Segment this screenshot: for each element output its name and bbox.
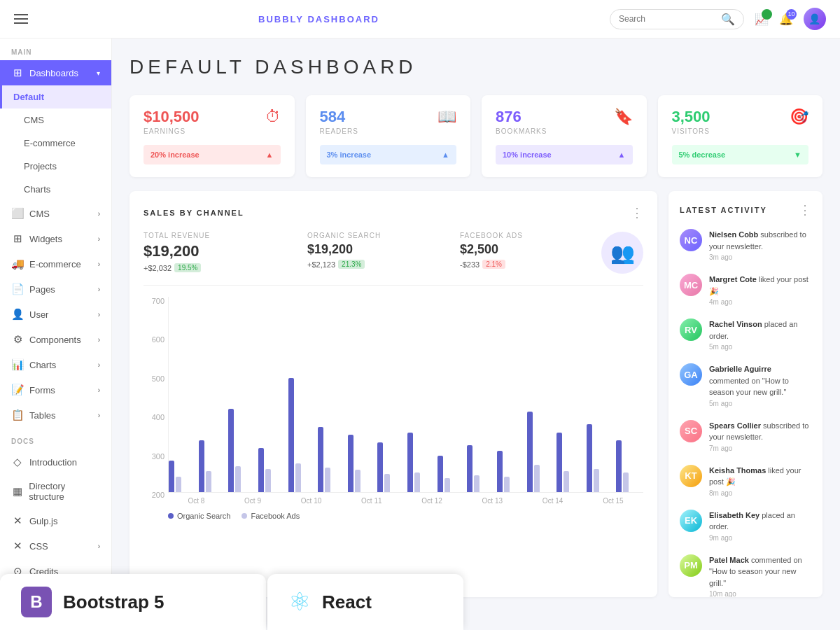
chart-nav-icon[interactable]: 📈 — [755, 13, 769, 26]
sidebar-item-directory-structure[interactable]: ▦ Directory structure — [0, 475, 111, 508]
sidebar-item-charts-sub[interactable]: Charts — [0, 178, 111, 201]
organic-change-amount: +$2,123 — [307, 260, 335, 269]
bar-primary — [169, 461, 174, 492]
bookmarks-change-text: 10% increase — [503, 150, 552, 159]
sidebar-item-tables[interactable]: 📋 Tables › — [0, 402, 111, 428]
changelog-icon: ⊙ — [11, 590, 24, 603]
bar-secondary — [594, 469, 599, 492]
bar-group — [438, 456, 465, 492]
bar-primary — [258, 448, 264, 492]
sidebar-item-forms[interactable]: 📝 Forms › — [0, 377, 111, 402]
activity-avatar: SC — [680, 420, 702, 442]
search-box[interactable]: 🔍 — [610, 9, 744, 29]
css-icon: ✕ — [11, 540, 24, 552]
chevron-right-icon8: › — [98, 386, 100, 394]
sidebar-item-changelog[interactable]: ⊙ Changelog — [0, 584, 111, 609]
sidebar-charts-label: Charts — [29, 360, 56, 370]
charts-icon: 📊 — [11, 358, 24, 371]
ecommerce-icon: 🚚 — [11, 258, 24, 270]
x-label: Oct 15 — [603, 497, 623, 505]
sidebar-item-charts[interactable]: 📊 Charts › — [0, 352, 111, 377]
sidebar-item-css[interactable]: ✕ CSS › — [0, 533, 111, 559]
activity-avatar: KT — [680, 465, 702, 487]
sidebar-item-introduction[interactable]: ◇ Introduction — [0, 449, 111, 475]
bar-group — [616, 440, 643, 492]
tables-icon: 📋 — [11, 409, 24, 421]
activity-avatar: EK — [680, 510, 702, 532]
organic-badge: 21.3% — [338, 260, 365, 269]
chevron-right-icon6: › — [98, 336, 100, 344]
activity-time: 7m ago — [709, 443, 811, 454]
bar-primary — [616, 440, 622, 492]
x-label: Oct 14 — [542, 497, 563, 505]
sidebar-item-ecommerce-sub[interactable]: E-commerce — [0, 132, 111, 155]
stat-value-bookmarks: 876 — [496, 108, 547, 126]
activity-list: NC Nielsen Cobb subscribed to your newsl… — [680, 229, 811, 597]
stat-bottom-readers: 3% increase ▲ — [320, 145, 457, 164]
stat-label-visitors: VISITORS — [672, 127, 710, 135]
bar-group — [169, 461, 196, 492]
sidebar-item-gulpjs[interactable]: ✕ Gulp.js — [0, 508, 111, 533]
metric-value-revenue: $19,200 — [144, 242, 285, 260]
bar-group — [377, 442, 405, 492]
activity-name: Patel Mack — [709, 556, 749, 564]
sales-panel: SALES BY CHANNEL ⋮ TOTAL REVENUE $19,200… — [130, 191, 657, 597]
readers-icon: 📖 — [438, 108, 456, 126]
stat-bottom-visitors: 5% decrease ▼ — [672, 145, 809, 164]
sidebar-item-dashboards[interactable]: ⊞ Dashboards ▾ — [0, 60, 111, 85]
activity-name: Margret Cote — [709, 275, 757, 284]
sidebar-ecommerce-label: E-commerce — [29, 259, 81, 270]
bar-primary — [318, 427, 323, 492]
activity-panel-menu-icon[interactable]: ⋮ — [799, 202, 811, 218]
stat-card-top-readers: 584 READERS 📖 — [320, 108, 457, 135]
sidebar-item-cms-sub[interactable]: CMS — [0, 108, 111, 132]
earnings-arrow-icon: ▲ — [266, 150, 274, 159]
bell-nav-icon[interactable]: 🔔 10 — [779, 13, 793, 26]
chevron-right-icon: › — [98, 210, 100, 218]
hamburger-menu[interactable] — [14, 14, 28, 24]
visitors-arrow-icon: ▼ — [794, 150, 802, 159]
bar-secondary — [295, 463, 301, 492]
chevron-right-icon10: › — [98, 542, 100, 550]
activity-time: 5m ago — [709, 342, 811, 352]
activity-item: PM Patel Mack commented on "How to seaso… — [680, 554, 811, 598]
activity-item: GA Gabrielle Aguirre commented on "How t… — [680, 363, 811, 409]
search-input[interactable] — [619, 14, 717, 24]
sidebar-item-default[interactable]: Default — [0, 85, 111, 108]
bar-group — [407, 433, 435, 492]
top-navbar: BUBBLY DASHBOARD 🔍 📈 🔔 10 👤 — [0, 0, 840, 38]
y-600: 600 — [144, 335, 164, 344]
sidebar-item-components[interactable]: ⚙ Components › — [0, 327, 111, 352]
bar-group — [556, 433, 584, 492]
sidebar-user-label: User — [29, 309, 48, 320]
chevron-right-icon7: › — [98, 361, 100, 369]
bar-secondary — [444, 478, 450, 492]
sidebar-item-widgets[interactable]: ⊞ Widgets › — [0, 226, 111, 251]
sidebar-introduction-label: Introduction — [29, 457, 77, 468]
sidebar-item-credits[interactable]: ⊙ Credits — [0, 559, 111, 584]
bar-group — [497, 451, 524, 492]
stat-label-readers: READERS — [320, 127, 358, 135]
x-label: Oct 11 — [361, 497, 382, 505]
chart-area: 700 600 500 400 300 200 Oct 8Oct 9Oct 10… — [144, 297, 643, 520]
bar-secondary — [355, 470, 360, 492]
sidebar-css-label: CSS — [29, 541, 48, 552]
bar-secondary — [265, 469, 271, 492]
sales-panel-title: SALES BY CHANNEL — [144, 209, 244, 217]
sidebar-directory-label: Directory structure — [29, 481, 100, 502]
legend-organic-label: Organic Search — [177, 512, 230, 520]
activity-item: RV Rachel Vinson placed an order. 5m ago — [680, 318, 811, 352]
bar-primary — [377, 442, 383, 492]
bar-secondary — [623, 472, 629, 492]
sidebar-item-user[interactable]: 👤 User › — [0, 302, 111, 327]
chevron-right-icon3: › — [98, 260, 100, 268]
activity-time: 4m ago — [709, 297, 811, 307]
bar-group — [199, 440, 226, 492]
sidebar-item-cms[interactable]: ⬜ CMS › — [0, 201, 111, 226]
sidebar-item-ecommerce[interactable]: 🚚 E-commerce › — [0, 251, 111, 276]
avatar[interactable]: 👤 — [804, 8, 826, 30]
sidebar-item-projects-sub[interactable]: Projects — [0, 155, 111, 178]
x-label: Oct 9 — [244, 497, 261, 505]
sidebar-item-pages[interactable]: 📄 Pages › — [0, 276, 111, 302]
sales-panel-menu-icon[interactable]: ⋮ — [631, 205, 643, 220]
